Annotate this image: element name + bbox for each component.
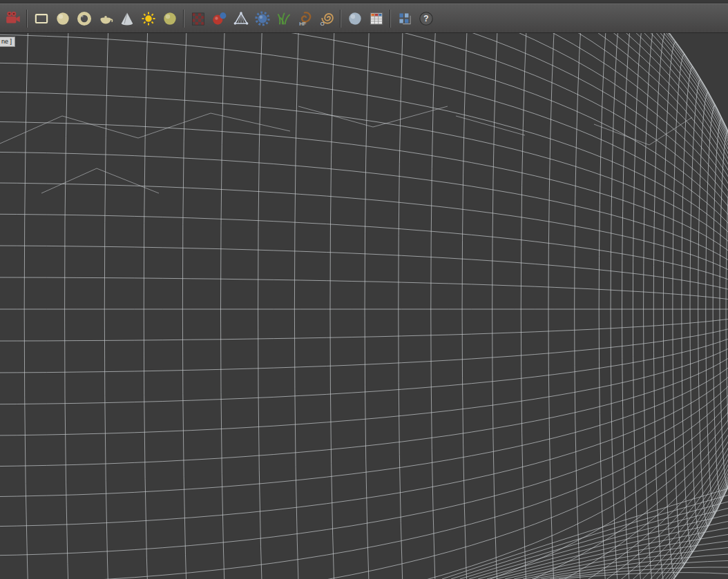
track-grid-icon [367,10,385,28]
svg-text:O: O [320,21,324,27]
sphere-primitive-icon [54,10,72,28]
main-toolbar: HF O ? [0,3,728,33]
omni-light-icon [140,10,157,28]
application-window: HF O ? ne ] [0,0,728,579]
help-icon: ? [417,10,435,28]
omni-light-icon[interactable] [137,7,159,30]
mesh-triangle-icon [232,10,250,28]
video-camera-icon [4,10,22,28]
foliage-icon[interactable] [273,7,294,30]
toolbar-separator [387,8,394,29]
toolbar-separator [180,8,187,29]
cone-primitive-icon[interactable] [116,7,137,30]
gear-sphere-icon[interactable] [251,7,273,30]
geosphere-primitive-icon[interactable] [159,7,180,30]
shell-icon[interactable]: O [316,7,337,30]
torus-primitive-icon [75,10,93,28]
layer-manager-icon[interactable] [394,7,415,30]
hair-fur-icon: HF [296,10,314,28]
sphere-gray-icon [346,10,364,28]
particle-array-icon [189,10,207,28]
compound-object-icon[interactable] [209,7,230,30]
geosphere-primitive-icon [161,10,179,28]
compound-object-icon [211,10,229,28]
sphere-gray-icon[interactable] [344,7,365,30]
torus-primitive-icon[interactable] [73,7,95,30]
viewport[interactable]: ne ] [0,33,728,579]
help-icon[interactable]: ? [415,7,437,30]
teapot-primitive-icon [97,10,115,28]
video-camera-icon[interactable] [2,7,23,30]
teapot-primitive-icon[interactable] [95,7,116,30]
layer-manager-icon [396,10,414,28]
sphere-primitive-icon[interactable] [52,7,73,30]
particle-array-icon[interactable] [187,7,209,30]
box-primitive-icon[interactable] [30,7,52,30]
cone-primitive-icon [118,10,136,28]
wireframe-mesh [0,33,728,579]
mesh-triangle-icon[interactable] [230,7,251,30]
svg-text:?: ? [423,14,428,23]
toolbar-separator [23,8,30,29]
toolbar-separator [337,8,344,29]
box-primitive-icon [32,10,50,28]
track-grid-icon[interactable] [365,7,387,30]
foliage-icon [275,10,293,28]
svg-text:HF: HF [299,21,306,27]
hair-fur-icon[interactable]: HF [294,7,316,30]
shell-icon: O [318,10,336,28]
viewport-label[interactable]: ne ] [0,37,15,47]
gear-sphere-icon [253,10,271,28]
